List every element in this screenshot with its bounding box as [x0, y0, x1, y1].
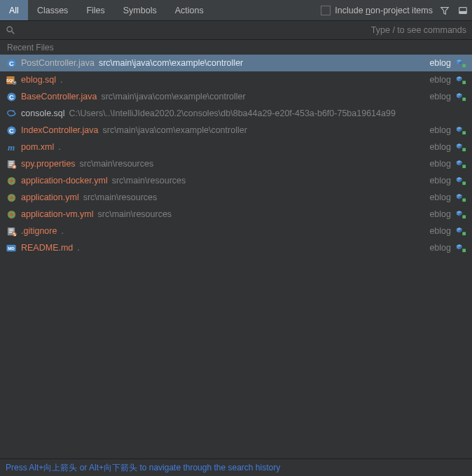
svg-rect-25	[462, 164, 466, 168]
file-name: BaseController.java	[21, 92, 97, 102]
file-name: spy.properties	[21, 159, 76, 169]
svg-text:C: C	[9, 93, 14, 100]
footer-hint: Press Alt+向上箭头 or Alt+向下箭头 to navigate t…	[0, 458, 472, 476]
md-file-icon: MD	[6, 242, 17, 253]
filter-button[interactable]	[436, 0, 454, 20]
tab-symbols[interactable]: Symbols	[114, 0, 166, 20]
module-name: eblog	[429, 192, 451, 202]
svg-rect-19	[462, 148, 466, 151]
module-name: eblog	[429, 176, 451, 186]
list-item[interactable]: CIndexController.java src\main\java\com\…	[0, 122, 472, 139]
module-name: eblog	[429, 243, 451, 253]
module-icon	[455, 74, 466, 85]
svg-rect-36	[8, 228, 13, 229]
svg-rect-45	[462, 248, 466, 252]
tab-bar: AllClassesFilesSymbolsActions Include no…	[0, 0, 472, 21]
svg-rect-42	[462, 232, 466, 235]
file-path: src\main\java\com\example\controller	[101, 92, 245, 102]
file-path: .	[61, 226, 63, 236]
module-name: eblog	[429, 125, 451, 135]
module-icon	[455, 225, 466, 237]
module-icon	[455, 141, 466, 153]
module-icon	[455, 125, 466, 136]
module-icon	[455, 158, 466, 169]
module-name: eblog	[429, 142, 451, 152]
yml-file-icon	[6, 209, 17, 220]
svg-point-30	[10, 196, 13, 199]
svg-rect-22	[8, 163, 13, 164]
class-file-icon: C	[6, 125, 17, 136]
file-path: .	[60, 75, 62, 85]
module-icon	[455, 192, 466, 203]
search-hint: Type / to see commands	[371, 25, 466, 35]
list-item[interactable]: mpom.xml .eblog	[0, 139, 472, 155]
list-item[interactable]: console.sql C:\Users\..\IntelliJIdea2020…	[0, 105, 472, 122]
svg-line-3	[12, 31, 15, 34]
svg-rect-31	[462, 198, 466, 202]
list-item[interactable]: SQLeblog.sql .eblog	[0, 71, 472, 88]
list-item[interactable]: spy.properties src\main\resourceseblog	[0, 155, 472, 172]
file-name: application-docker.yml	[21, 176, 108, 186]
props-file-icon	[6, 158, 17, 169]
module-icon	[455, 242, 466, 253]
file-path: src\main\resources	[98, 209, 172, 219]
file-path: src\main\resources	[83, 192, 158, 202]
file-name: application.yml	[21, 192, 79, 202]
module-name: eblog	[429, 75, 451, 85]
file-name: .gitignore	[21, 226, 57, 236]
svg-rect-10	[462, 80, 466, 84]
file-path: src\main\java\com\example\controller	[102, 125, 247, 135]
svg-point-14	[13, 110, 14, 111]
svg-point-2	[7, 27, 12, 31]
file-path: src\main\resources	[112, 176, 186, 186]
module-icon	[455, 209, 466, 220]
svg-rect-1	[459, 10, 467, 13]
svg-point-33	[10, 213, 13, 216]
module-name: eblog	[429, 209, 451, 219]
filter-icon	[440, 6, 450, 15]
class-file-icon: C	[6, 91, 17, 102]
svg-rect-17	[462, 131, 466, 134]
list-item[interactable]: .gitignore .eblog	[0, 223, 472, 239]
tab-files[interactable]: Files	[77, 0, 113, 20]
file-path: src\main\java\com\example\controller	[99, 58, 243, 68]
module-name: eblog	[429, 159, 451, 169]
list-item[interactable]: CBaseController.java src\main\java\com\e…	[0, 88, 472, 105]
search-input[interactable]	[20, 24, 371, 36]
file-name: pom.xml	[21, 142, 54, 152]
list-item[interactable]: MDREADME.md .eblog	[0, 239, 472, 256]
console-file-icon	[6, 108, 17, 119]
list-item[interactable]: application-vm.yml src\main\resourcesebl…	[0, 206, 472, 223]
file-path: src\main\resources	[80, 159, 154, 169]
module-icon	[455, 91, 466, 102]
svg-point-27	[10, 179, 13, 182]
svg-rect-37	[8, 230, 13, 231]
svg-rect-6	[462, 64, 466, 67]
tab-classes[interactable]: Classes	[28, 0, 77, 20]
search-bar: Type / to see commands	[0, 21, 472, 40]
svg-text:m: m	[7, 142, 14, 153]
file-list: CPostController.java src\main\java\com\e…	[0, 55, 472, 458]
module-name: eblog	[429, 58, 451, 68]
module-name: eblog	[429, 226, 451, 236]
svg-text:MD: MD	[8, 246, 15, 251]
tab-actions[interactable]: Actions	[166, 0, 213, 20]
list-item[interactable]: CPostController.java src\main\java\com\e…	[0, 55, 472, 71]
file-name: eblog.sql	[21, 75, 56, 85]
module-icon	[455, 57, 466, 69]
git-file-icon	[6, 225, 17, 237]
pin-button[interactable]	[454, 0, 472, 20]
include-non-project-checkbox[interactable]: Include non-project items	[318, 0, 436, 20]
maven-file-icon: m	[6, 141, 17, 153]
list-item[interactable]: application-docker.yml src\main\resource…	[0, 172, 472, 189]
svg-rect-34	[462, 215, 466, 218]
file-name: console.sql	[21, 108, 65, 118]
svg-rect-38	[8, 232, 12, 232]
open-in-tool-window-icon	[458, 6, 468, 15]
list-item[interactable]: application.yml src\main\resourceseblog	[0, 189, 472, 206]
class-file-icon: C	[6, 57, 17, 69]
tab-all[interactable]: All	[0, 0, 28, 20]
file-name: PostController.java	[21, 58, 95, 68]
svg-rect-28	[462, 181, 466, 185]
module-icon	[455, 175, 466, 186]
